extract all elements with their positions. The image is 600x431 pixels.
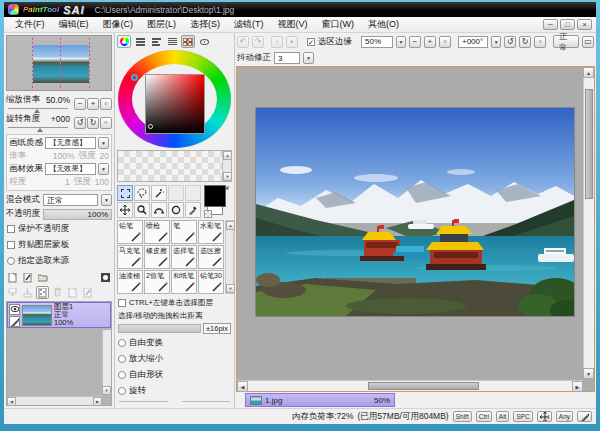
preserve-opacity-checkbox[interactable] bbox=[7, 225, 15, 233]
opacity-slider[interactable]: 100% bbox=[43, 209, 112, 220]
free-transform-radio[interactable] bbox=[118, 339, 126, 347]
layer-list-vertical-scrollbar[interactable]: ▼ bbox=[102, 330, 111, 395]
layer-visibility-icon[interactable] bbox=[9, 304, 20, 315]
menu-file[interactable]: 文件(F) bbox=[8, 17, 52, 32]
selection-edge-checkbox[interactable]: ✓ bbox=[307, 38, 315, 46]
hue-cursor[interactable] bbox=[131, 74, 138, 81]
new-vector-layer-icon[interactable] bbox=[21, 271, 34, 284]
canvas-vertical-scrollbar[interactable]: ▲ ▼ bbox=[583, 67, 594, 379]
clear-layer-icon[interactable] bbox=[36, 286, 49, 299]
brush-binary-pen[interactable]: 2值笔 bbox=[144, 270, 170, 294]
magic-wand-tool[interactable] bbox=[151, 185, 167, 201]
hsv-slider-tab-icon[interactable] bbox=[149, 35, 163, 48]
empty-tool-slot[interactable] bbox=[185, 185, 201, 201]
brush-select-eraser[interactable]: 选区擦 bbox=[198, 245, 224, 269]
brush-pencil30[interactable]: 铅笔30 bbox=[198, 270, 224, 294]
paper-texture-dropdown-icon[interactable]: ▼ bbox=[98, 137, 109, 149]
canvas-horizontal-scrollbar[interactable]: ◀ ▶ bbox=[237, 380, 583, 391]
brush-bucket[interactable]: 油漆桶 bbox=[117, 270, 143, 294]
menu-image[interactable]: 图像(C) bbox=[96, 17, 141, 32]
canvas-rotate-cw-button[interactable]: ↻ bbox=[519, 36, 531, 48]
layer-list-horizontal-scrollbar[interactable]: ◀▶ bbox=[7, 396, 102, 405]
brush-paper-pen[interactable]: 和纸笔 bbox=[171, 270, 197, 294]
selection-source-radio[interactable] bbox=[7, 257, 15, 265]
transparent-color-swatch[interactable] bbox=[204, 210, 212, 218]
menu-select[interactable]: 选择(S) bbox=[183, 17, 227, 32]
close-button[interactable]: × bbox=[577, 19, 592, 30]
minimize-button[interactable]: ─ bbox=[543, 19, 558, 30]
reset-rotation-tool[interactable] bbox=[168, 202, 184, 218]
ctrl-select-layer-checkbox[interactable] bbox=[118, 299, 126, 307]
move-tool[interactable] bbox=[117, 202, 133, 218]
swatches-scrollbar[interactable]: ▲▼ bbox=[222, 151, 231, 181]
nav-zoom-in-button[interactable]: + bbox=[87, 98, 99, 110]
maximize-button[interactable]: □ bbox=[560, 19, 575, 30]
brush-watercolor[interactable]: 水彩笔 bbox=[198, 220, 224, 244]
brush-eraser[interactable]: 橡皮擦 bbox=[144, 245, 170, 269]
free-shape-radio[interactable] bbox=[118, 371, 126, 379]
drag-distance-slider[interactable] bbox=[118, 324, 201, 333]
transfer-down-icon[interactable] bbox=[6, 286, 19, 299]
lasso-tool[interactable] bbox=[134, 185, 150, 201]
clipping-mask-checkbox[interactable] bbox=[7, 241, 15, 249]
canvas-angle-dropdown-icon[interactable]: ▼ bbox=[491, 36, 501, 48]
alt-key-button[interactable]: Alt bbox=[496, 411, 510, 422]
document-tab[interactable]: 1.jpg 50% bbox=[245, 393, 395, 407]
nav-rotate-ccw-button[interactable]: ↺ bbox=[74, 117, 86, 129]
view-mode-button[interactable]: 正常 bbox=[553, 35, 579, 48]
layer-extra1-icon[interactable] bbox=[66, 286, 79, 299]
nav-zoom-reset-button[interactable]: ▫ bbox=[100, 98, 112, 110]
rgb-slider-tab-icon[interactable] bbox=[133, 35, 147, 48]
stabilizer-dropdown-icon[interactable]: ▼ bbox=[303, 52, 314, 64]
eyedropper-tool[interactable] bbox=[185, 202, 201, 218]
menu-others[interactable]: 其他(O) bbox=[361, 17, 406, 32]
pen-mode-icon[interactable] bbox=[577, 411, 592, 422]
menu-filter[interactable]: 滤镜(T) bbox=[227, 17, 271, 32]
canvas-zoom-in-button[interactable]: + bbox=[424, 36, 436, 48]
deselect-icon[interactable]: ▫ bbox=[271, 36, 283, 48]
space-key-button[interactable]: SPC bbox=[513, 411, 532, 422]
move-mode-icon[interactable] bbox=[537, 411, 552, 422]
brush-pencil[interactable]: 铅笔 bbox=[117, 220, 143, 244]
scale-radio[interactable] bbox=[118, 355, 126, 363]
brush-marker[interactable]: 马克笔 bbox=[117, 245, 143, 269]
saturation-value-square[interactable] bbox=[145, 74, 205, 134]
menu-layer[interactable]: 图层(L) bbox=[140, 17, 183, 32]
flip-view-button[interactable]: ▭ bbox=[582, 36, 594, 48]
empty-tool-slot[interactable] bbox=[168, 185, 184, 201]
canvas-image[interactable] bbox=[256, 108, 574, 316]
nav-angle-slider[interactable] bbox=[8, 125, 68, 131]
nav-rotate-reset-button[interactable]: ▫ bbox=[100, 117, 112, 129]
canvas-zoom-out-button[interactable]: − bbox=[409, 36, 421, 48]
blend-mode-select[interactable]: 正常 bbox=[43, 194, 98, 206]
layer-edit-icon[interactable] bbox=[9, 316, 20, 327]
nav-zoom-slider[interactable] bbox=[8, 106, 68, 112]
canvas-angle-field[interactable]: +000° bbox=[458, 36, 488, 48]
blend-mode-dropdown-icon[interactable]: ▼ bbox=[101, 194, 112, 206]
menu-edit[interactable]: 编辑(E) bbox=[52, 17, 96, 32]
material-effect-dropdown-icon[interactable]: ▼ bbox=[98, 163, 109, 175]
delete-layer-icon[interactable] bbox=[51, 286, 64, 299]
menu-view[interactable]: 视图(V) bbox=[271, 17, 315, 32]
brush-airbrush[interactable]: 喷枪 bbox=[144, 220, 170, 244]
new-layer-folder-icon[interactable] bbox=[36, 271, 49, 284]
mixer-tab-icon[interactable] bbox=[165, 35, 179, 48]
brush-grid-scrollbar[interactable]: ▲▼ bbox=[225, 220, 234, 294]
layer-mask-icon[interactable] bbox=[99, 271, 112, 284]
color-wheel-tab-icon[interactable] bbox=[117, 35, 131, 48]
any-key-button[interactable]: Any bbox=[556, 411, 573, 422]
undo-icon[interactable]: ↶ bbox=[237, 36, 249, 48]
canvas-zoom-dropdown-icon[interactable]: ▼ bbox=[396, 36, 406, 48]
canvas-viewport[interactable]: ▲ ▼ ◀ ▶ bbox=[236, 66, 595, 392]
navigator-preview[interactable] bbox=[6, 35, 112, 91]
foreground-color-swatch[interactable] bbox=[204, 185, 226, 207]
nav-zoom-out-button[interactable]: − bbox=[74, 98, 86, 110]
sv-cursor[interactable] bbox=[148, 124, 153, 129]
new-layer-icon[interactable] bbox=[6, 271, 19, 284]
layer-row-1[interactable]: 图层1 正常 100% bbox=[7, 302, 111, 328]
rotate-radio[interactable] bbox=[118, 387, 126, 395]
canvas-zoom-reset-button[interactable]: ▫ bbox=[439, 36, 451, 48]
canvas-rotate-ccw-button[interactable]: ↺ bbox=[504, 36, 516, 48]
ctrl-key-button[interactable]: Ctrl bbox=[476, 411, 492, 422]
layer-extra2-icon[interactable] bbox=[81, 286, 94, 299]
